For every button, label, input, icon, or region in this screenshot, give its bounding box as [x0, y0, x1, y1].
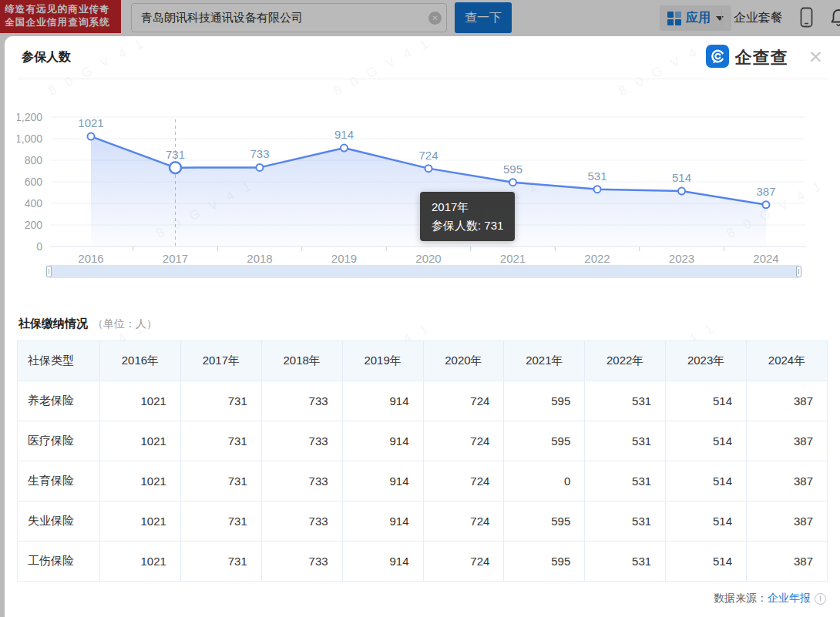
column-header-year: 2022年 [585, 341, 666, 381]
table-cell: 914 [342, 542, 423, 582]
table-cell: 514 [666, 461, 747, 501]
table-cell: 914 [342, 501, 423, 542]
svg-text:2016: 2016 [78, 252, 103, 265]
table-cell: 1021 [100, 381, 181, 421]
modal-title: 参保人数 [22, 49, 71, 65]
table-cell: 387 [747, 381, 828, 421]
table-cell: 595 [504, 542, 585, 582]
table-cell: 733 [261, 542, 342, 582]
column-header-year: 2023年 [666, 341, 747, 381]
svg-text:400: 400 [25, 197, 43, 210]
table-cell: 731 [180, 461, 261, 501]
table-row: 失业保险1021731733914724595531514387 [18, 501, 828, 542]
table-cell: 514 [666, 381, 747, 421]
table-cell: 531 [585, 421, 666, 461]
close-icon[interactable]: ✕ [808, 49, 823, 66]
table-cell: 1021 [100, 421, 181, 461]
svg-text:2023: 2023 [669, 252, 694, 265]
table-cell: 595 [504, 381, 585, 421]
table-cell: 595 [504, 421, 585, 461]
svg-text:2022: 2022 [584, 252, 610, 265]
table-cell: 595 [504, 501, 585, 542]
column-header-year: 2019年 [342, 341, 423, 381]
svg-text:1,200: 1,200 [17, 112, 42, 123]
svg-text:2018: 2018 [247, 252, 272, 265]
svg-text:531: 531 [587, 169, 606, 183]
svg-text:2017: 2017 [163, 252, 188, 265]
table-row: 医疗保险1021731733914724595531514387 [18, 421, 828, 461]
table-cell: 531 [585, 542, 666, 582]
table-cell: 531 [585, 461, 666, 501]
svg-text:2020: 2020 [415, 252, 441, 265]
data-source-label: 数据来源： [714, 592, 768, 605]
table-cell: 387 [747, 501, 828, 542]
table-cell: 514 [666, 542, 747, 582]
datazoom-right-handle[interactable] [796, 266, 801, 277]
table-cell: 514 [666, 501, 747, 542]
svg-text:914: 914 [334, 128, 354, 141]
tooltip-title: 2017年 [432, 198, 503, 216]
datazoom-left-handle[interactable] [46, 266, 52, 277]
line-chart-svg: 02004006008001,0001,20010212016731201773… [17, 112, 818, 266]
svg-text:733: 733 [250, 147, 269, 160]
data-source-row: 数据来源： 企业年报 i [17, 592, 828, 605]
section-header: 社保缴纳情况 （单位：人） [18, 317, 828, 331]
table-cell: 914 [342, 381, 423, 421]
row-label: 医疗保险 [18, 421, 100, 461]
svg-text:600: 600 [25, 176, 43, 188]
table-row: 工伤保险1021731733914724595531514387 [18, 542, 828, 582]
insured-persons-modal: 8 0 G V 4 18 0 G V 4 18 0 G V 4 18 0 G V… [5, 36, 840, 617]
table-cell: 914 [342, 421, 423, 461]
table-cell: 733 [261, 501, 342, 542]
svg-text:595: 595 [503, 163, 522, 176]
table-cell: 733 [261, 421, 342, 461]
table-cell: 733 [261, 461, 342, 501]
column-header-year: 2020年 [423, 341, 504, 381]
table-cell: 733 [261, 381, 342, 421]
annual-report-link[interactable]: 企业年报 [768, 592, 811, 605]
svg-text:387: 387 [756, 185, 775, 198]
social-insurance-table: 社保类型2016年2017年2018年2019年2020年2021年2022年2… [17, 340, 828, 582]
table-cell: 731 [180, 421, 261, 461]
column-header-year: 2018年 [261, 341, 342, 381]
table-cell: 1021 [100, 542, 181, 582]
brand-name: 企查查 [735, 46, 788, 69]
table-cell: 531 [585, 501, 666, 542]
table-cell: 731 [180, 501, 261, 542]
row-label: 生育保险 [18, 461, 100, 501]
column-header-type: 社保类型 [18, 341, 100, 381]
info-icon[interactable]: i [815, 593, 826, 605]
table-cell: 531 [585, 381, 666, 421]
table-cell: 0 [504, 461, 585, 501]
chart-tooltip: 2017年 参保人数: 731 [420, 192, 515, 241]
table-cell: 724 [423, 501, 504, 542]
svg-text:514: 514 [672, 171, 691, 184]
table-cell: 724 [423, 461, 504, 501]
table-cell: 731 [180, 542, 261, 582]
svg-text:200: 200 [25, 219, 43, 231]
svg-text:2019: 2019 [331, 252, 357, 265]
tooltip-value: 参保人数: 731 [432, 216, 503, 235]
column-header-year: 2016年 [100, 341, 181, 381]
table-cell: 731 [180, 381, 261, 421]
qichacha-logo-icon [706, 45, 729, 71]
svg-text:800: 800 [25, 154, 43, 166]
row-label: 失业保险 [18, 501, 100, 542]
column-header-year: 2021年 [504, 341, 585, 381]
table-cell: 914 [342, 461, 423, 501]
table-cell: 1021 [100, 461, 181, 501]
table-cell: 387 [747, 461, 828, 501]
insured-persons-chart[interactable]: 02004006008001,0001,20010212016731201773… [17, 112, 828, 290]
column-header-year: 2017年 [180, 341, 261, 381]
table-cell: 724 [423, 542, 504, 582]
table-cell: 387 [747, 421, 828, 461]
column-header-year: 2024年 [747, 341, 828, 381]
row-label: 养老保险 [18, 381, 100, 421]
table-cell: 724 [423, 381, 504, 421]
svg-text:0: 0 [36, 240, 42, 253]
table-cell: 724 [423, 421, 504, 461]
svg-text:724: 724 [418, 149, 438, 162]
svg-text:2021: 2021 [500, 252, 526, 265]
datazoom-slider[interactable] [49, 265, 799, 278]
table-row: 养老保险1021731733914724595531514387 [18, 381, 828, 421]
